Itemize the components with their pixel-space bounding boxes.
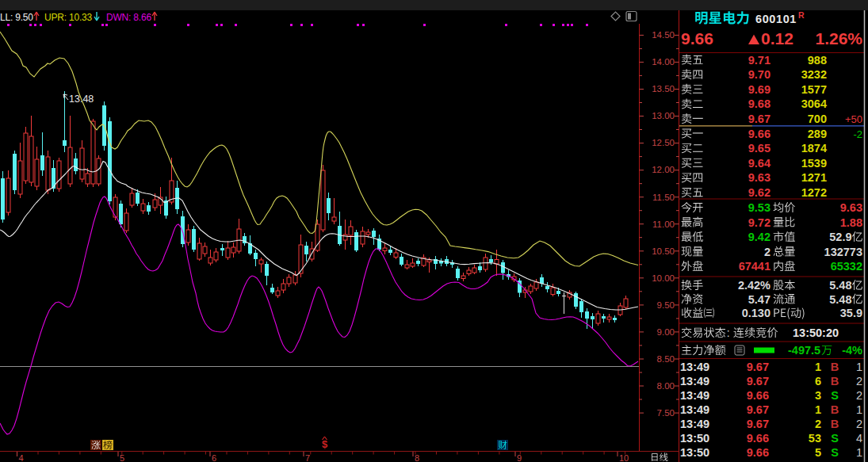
svg-text:2: 2 <box>856 375 862 388</box>
svg-text:9.67: 9.67 <box>747 375 769 388</box>
svg-text:B: B <box>831 403 839 416</box>
svg-text:1: 1 <box>856 446 862 459</box>
svg-text:2: 2 <box>856 389 862 402</box>
svg-text:$: $ <box>322 438 328 450</box>
svg-text:35.9: 35.9 <box>840 307 862 319</box>
svg-text:8.00: 8.00 <box>657 381 675 391</box>
svg-text:1: 1 <box>815 403 821 416</box>
svg-text:2: 2 <box>764 246 770 258</box>
svg-text:9.67: 9.67 <box>747 418 769 430</box>
svg-text:5.48: 5.48 <box>829 279 851 292</box>
svg-text:3064: 3064 <box>801 97 827 110</box>
svg-text:13:49: 13:49 <box>680 361 709 373</box>
svg-text:-4%: -4% <box>842 344 862 357</box>
svg-text:12.50: 12.50 <box>652 138 675 147</box>
svg-text:11.00: 11.00 <box>652 220 675 229</box>
svg-text:9.66: 9.66 <box>681 29 713 48</box>
svg-text:B: B <box>831 418 839 430</box>
svg-text:1.88: 1.88 <box>840 216 862 229</box>
svg-text:S: S <box>831 389 839 402</box>
svg-text:2: 2 <box>856 418 862 430</box>
svg-text:1: 1 <box>856 403 862 416</box>
svg-text::: : <box>727 326 730 339</box>
svg-text:S: S <box>831 446 839 459</box>
svg-text:5: 5 <box>120 453 124 462</box>
svg-text:B: B <box>831 361 839 373</box>
svg-text:9.00: 9.00 <box>657 327 675 337</box>
svg-text:13.50: 13.50 <box>652 84 675 94</box>
svg-text:2.42%: 2.42% <box>738 279 770 292</box>
svg-text:9.64: 9.64 <box>748 157 770 170</box>
svg-text:988: 988 <box>808 54 827 67</box>
svg-text:9.66: 9.66 <box>747 446 769 459</box>
svg-text:13:49: 13:49 <box>680 403 709 416</box>
svg-text:9.70: 9.70 <box>748 68 770 81</box>
svg-text:9.67: 9.67 <box>748 113 770 125</box>
svg-text:1539: 1539 <box>801 157 827 170</box>
svg-text:13:49: 13:49 <box>680 375 709 388</box>
svg-text:9.63: 9.63 <box>840 201 862 214</box>
svg-text:5.48: 5.48 <box>829 293 851 306</box>
svg-text:10.50: 10.50 <box>652 246 675 256</box>
svg-text:9.62: 9.62 <box>748 186 770 199</box>
svg-text:9.50: 9.50 <box>657 300 675 310</box>
svg-text:9.63: 9.63 <box>748 171 770 184</box>
svg-text:5.47: 5.47 <box>748 293 770 306</box>
svg-text:6: 6 <box>212 453 216 462</box>
svg-text:13.48: 13.48 <box>69 94 94 105</box>
svg-text:3: 3 <box>815 389 821 402</box>
svg-text:UPR: 10.33: UPR: 10.33 <box>44 12 93 23</box>
svg-text:3232: 3232 <box>801 68 827 81</box>
svg-text:DWN: 8.66: DWN: 8.66 <box>106 12 151 23</box>
svg-text:0.130: 0.130 <box>742 307 770 319</box>
svg-text:13:50: 13:50 <box>680 446 709 459</box>
svg-text:R: R <box>798 10 805 20</box>
svg-text:1: 1 <box>815 361 821 373</box>
svg-text:1874: 1874 <box>801 142 827 155</box>
svg-text:-2: -2 <box>853 128 862 140</box>
svg-text:13:50:20: 13:50:20 <box>793 326 839 339</box>
svg-text:8.50: 8.50 <box>657 354 675 364</box>
svg-text:LL: 9.50: LL: 9.50 <box>0 12 33 23</box>
svg-text:13.00: 13.00 <box>652 111 675 120</box>
svg-text:9.68: 9.68 <box>748 97 770 110</box>
svg-text:B: B <box>831 375 839 388</box>
svg-text:13:50: 13:50 <box>680 432 709 445</box>
svg-text:53: 53 <box>809 432 821 445</box>
svg-text:1.26%: 1.26% <box>815 29 862 48</box>
svg-text:7.50: 7.50 <box>657 408 675 418</box>
svg-text:132773: 132773 <box>824 246 862 258</box>
svg-text:1272: 1272 <box>801 186 827 199</box>
svg-text:700: 700 <box>808 113 827 125</box>
svg-text:13:49: 13:49 <box>680 418 709 430</box>
svg-text:10.00: 10.00 <box>652 273 675 283</box>
svg-text:9.53: 9.53 <box>748 201 770 214</box>
svg-text:1577: 1577 <box>801 83 827 96</box>
svg-text:+50: +50 <box>845 113 862 125</box>
svg-text:9.42: 9.42 <box>748 231 770 243</box>
svg-text:5: 5 <box>815 446 821 459</box>
svg-text:9.66: 9.66 <box>747 432 769 445</box>
svg-text:14.00: 14.00 <box>652 57 675 67</box>
svg-text:12.00: 12.00 <box>652 165 675 174</box>
svg-text:9.66: 9.66 <box>747 389 769 402</box>
svg-text:289: 289 <box>808 128 827 140</box>
svg-text:6: 6 <box>815 375 821 388</box>
svg-text:9.66: 9.66 <box>748 128 770 140</box>
svg-text:10: 10 <box>619 453 629 462</box>
svg-text:52.9: 52.9 <box>829 231 851 243</box>
svg-text:9.69: 9.69 <box>748 83 770 96</box>
svg-text:600101: 600101 <box>755 13 797 25</box>
svg-text:9.71: 9.71 <box>748 54 770 67</box>
svg-text:7: 7 <box>305 453 310 462</box>
svg-text:9: 9 <box>517 453 522 462</box>
svg-text:0.12: 0.12 <box>761 29 793 48</box>
svg-text:4: 4 <box>856 432 862 445</box>
svg-text:1271: 1271 <box>801 171 827 184</box>
svg-text:-497.5: -497.5 <box>788 344 820 357</box>
svg-text:65332: 65332 <box>831 260 862 273</box>
svg-text:67441: 67441 <box>739 260 770 273</box>
svg-text:9.72: 9.72 <box>748 216 770 229</box>
svg-text:S: S <box>831 432 839 445</box>
svg-text:11.50: 11.50 <box>652 193 675 202</box>
